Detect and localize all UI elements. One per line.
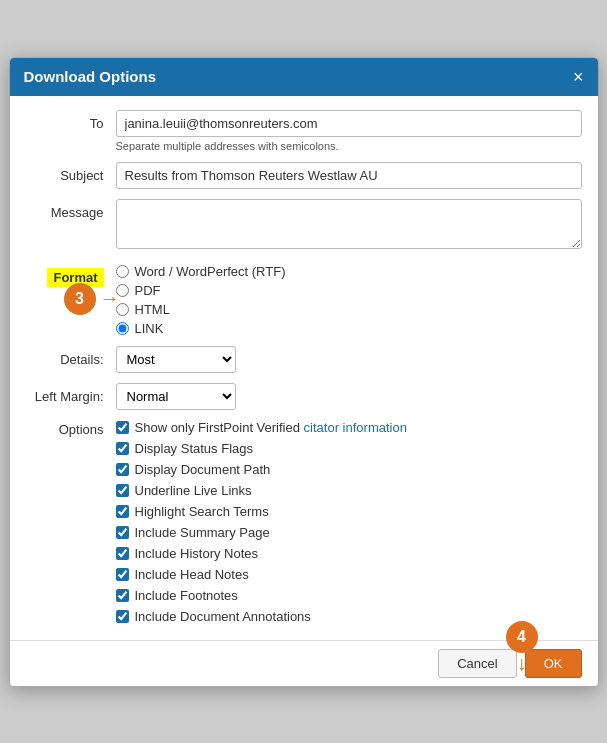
badge-4: 4 bbox=[506, 621, 538, 653]
download-options-dialog: Download Options × To Separate multiple … bbox=[9, 57, 599, 687]
checkbox-head-notes[interactable] bbox=[116, 568, 129, 581]
to-label: To bbox=[26, 110, 116, 131]
option-summary-page-label: Include Summary Page bbox=[135, 525, 270, 540]
option-history-notes-label: Include History Notes bbox=[135, 546, 259, 561]
option-firstpoint[interactable]: Show only FirstPoint Verified citator in… bbox=[116, 420, 582, 435]
option-status-flags[interactable]: Display Status Flags bbox=[116, 441, 582, 456]
checkbox-status-flags[interactable] bbox=[116, 442, 129, 455]
radio-html-label: HTML bbox=[135, 302, 170, 317]
message-label: Message bbox=[26, 199, 116, 220]
option-live-links-label: Underline Live Links bbox=[135, 483, 252, 498]
radio-link[interactable] bbox=[116, 322, 129, 335]
dialog-title: Download Options bbox=[24, 68, 157, 85]
format-content: 3 → Word / WordPerfect (RTF) PDF HTML bbox=[116, 262, 582, 336]
radio-rtf[interactable] bbox=[116, 265, 129, 278]
radio-rtf-label: Word / WordPerfect (RTF) bbox=[135, 264, 286, 279]
option-search-terms-label: Highlight Search Terms bbox=[135, 504, 269, 519]
format-option-pdf[interactable]: PDF bbox=[116, 283, 582, 298]
checkbox-doc-path[interactable] bbox=[116, 463, 129, 476]
checkbox-doc-annotations[interactable] bbox=[116, 610, 129, 623]
option-footnotes[interactable]: Include Footnotes bbox=[116, 588, 582, 603]
arrow-right-icon: → bbox=[100, 287, 120, 310]
dialog-footer: 4 ↓ Cancel OK bbox=[10, 640, 598, 686]
dialog-body: To Separate multiple addresses with semi… bbox=[10, 96, 598, 640]
option-firstpoint-label: Show only FirstPoint Verified citator in… bbox=[135, 420, 407, 435]
subject-input[interactable] bbox=[116, 162, 582, 189]
radio-pdf-label: PDF bbox=[135, 283, 161, 298]
details-row: Details: Most Standard Minimal bbox=[26, 346, 582, 373]
format-option-rtf[interactable]: Word / WordPerfect (RTF) bbox=[116, 264, 582, 279]
option-doc-path[interactable]: Display Document Path bbox=[116, 462, 582, 477]
option-head-notes-label: Include Head Notes bbox=[135, 567, 249, 582]
checkbox-firstpoint[interactable] bbox=[116, 421, 129, 434]
radio-link-label: LINK bbox=[135, 321, 164, 336]
format-option-html[interactable]: HTML bbox=[116, 302, 582, 317]
subject-content bbox=[116, 162, 582, 189]
message-content bbox=[116, 199, 582, 252]
option-search-terms[interactable]: Highlight Search Terms bbox=[116, 504, 582, 519]
checkbox-live-links[interactable] bbox=[116, 484, 129, 497]
radio-group-format: Word / WordPerfect (RTF) PDF HTML LINK bbox=[116, 262, 582, 336]
checkbox-history-notes[interactable] bbox=[116, 547, 129, 560]
format-section: Format 3 → Word / WordPerfect (RTF) PDF bbox=[26, 262, 582, 336]
checkbox-summary-page[interactable] bbox=[116, 526, 129, 539]
options-label: Options bbox=[26, 420, 116, 437]
option-summary-page[interactable]: Include Summary Page bbox=[116, 525, 582, 540]
to-content: Separate multiple addresses with semicol… bbox=[116, 110, 582, 152]
message-row: Message bbox=[26, 199, 582, 252]
to-row: To Separate multiple addresses with semi… bbox=[26, 110, 582, 152]
option-history-notes[interactable]: Include History Notes bbox=[116, 546, 582, 561]
left-margin-row: Left Margin: Normal Wide Narrow bbox=[26, 383, 582, 410]
options-row: Options Show only FirstPoint Verified ci… bbox=[26, 420, 582, 624]
badge4-container: 4 ↓ bbox=[506, 621, 538, 673]
close-button[interactable]: × bbox=[573, 68, 584, 86]
dialog-header: Download Options × bbox=[10, 58, 598, 96]
to-hint: Separate multiple addresses with semicol… bbox=[116, 140, 582, 152]
details-label: Details: bbox=[26, 352, 116, 367]
left-margin-select[interactable]: Normal Wide Narrow bbox=[116, 383, 236, 410]
details-select[interactable]: Most Standard Minimal bbox=[116, 346, 236, 373]
to-input[interactable] bbox=[116, 110, 582, 137]
option-status-flags-label: Display Status Flags bbox=[135, 441, 254, 456]
arrow-down-icon: ↓ bbox=[517, 653, 527, 673]
option-doc-annotations-label: Include Document Annotations bbox=[135, 609, 311, 624]
format-option-link[interactable]: LINK bbox=[116, 321, 582, 336]
option-live-links[interactable]: Underline Live Links bbox=[116, 483, 582, 498]
subject-label: Subject bbox=[26, 162, 116, 183]
badge3-container: 3 → bbox=[64, 283, 120, 315]
options-list: Show only FirstPoint Verified citator in… bbox=[116, 420, 582, 624]
badge-3: 3 bbox=[64, 283, 96, 315]
checkbox-search-terms[interactable] bbox=[116, 505, 129, 518]
left-margin-label: Left Margin: bbox=[26, 389, 116, 404]
option-head-notes[interactable]: Include Head Notes bbox=[116, 567, 582, 582]
citator-link: citator information bbox=[304, 420, 407, 435]
option-doc-path-label: Display Document Path bbox=[135, 462, 271, 477]
option-footnotes-label: Include Footnotes bbox=[135, 588, 238, 603]
message-textarea[interactable] bbox=[116, 199, 582, 249]
subject-row: Subject bbox=[26, 162, 582, 189]
checkbox-footnotes[interactable] bbox=[116, 589, 129, 602]
